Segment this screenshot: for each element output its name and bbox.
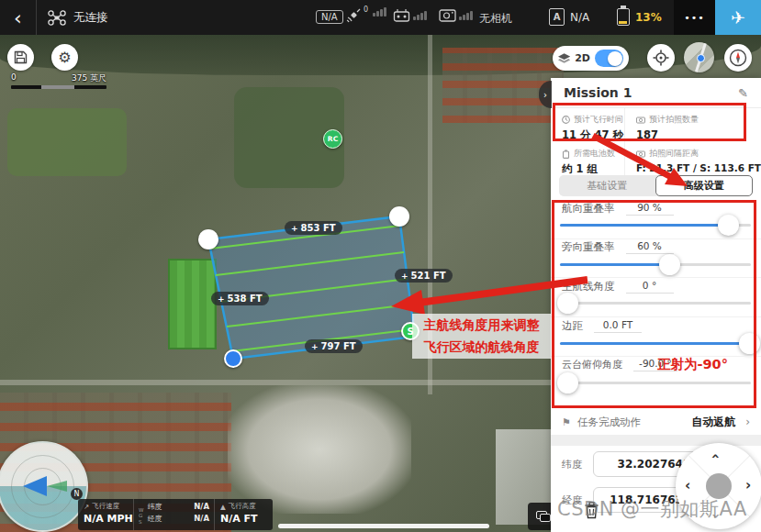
- flight-mode-value: N/A: [570, 11, 589, 24]
- camera-icon: [636, 150, 645, 158]
- stat-photo-count: 预计拍照数量 187: [625, 108, 761, 142]
- delete-waypoint-button[interactable]: [584, 502, 599, 519]
- stat-flight-time: 预计飞行时间 11 分 47 秒: [551, 108, 625, 142]
- route-start-marker[interactable]: S: [401, 322, 420, 340]
- satellite-count: 0: [364, 6, 368, 14]
- telemetry-position: W G S 纬度N/A 经度N/A: [133, 499, 214, 530]
- battery-status: 13%: [617, 8, 662, 26]
- plus-icon: +: [401, 272, 408, 281]
- map-terrain: [428, 35, 432, 394]
- flight-mode-icon: A: [549, 8, 565, 26]
- side-overlap-slider[interactable]: [560, 263, 751, 266]
- chevron-right-icon: ›: [745, 416, 750, 428]
- tab-basic-settings[interactable]: 基础设置: [559, 175, 655, 196]
- mission-stats: 预计飞行时间 11 分 47 秒 预计拍照数量 187 所需电池数 约 1 组: [551, 108, 761, 175]
- slider-front-overlap: 航向重叠率 90 %: [551, 202, 761, 216]
- camera-status: 无相机: [479, 11, 512, 27]
- layers-stack-icon: [536, 511, 551, 522]
- telemetry-altitude: ▲飞行高度 N/A FT: [214, 499, 273, 530]
- map-terrain: [7, 108, 127, 176]
- map-2d-toggle[interactable]: [595, 50, 623, 67]
- satellite-icon: [346, 7, 362, 23]
- more-menu-button[interactable]: •••: [674, 0, 715, 35]
- telemetry-speed: ↗飞行速度 N/A MPH: [78, 499, 133, 530]
- camera-icon: [636, 116, 645, 124]
- stat-photo-interval: 拍照间隔距离 F: 21.3 FT / S: 113.6 FT: [625, 142, 761, 176]
- dpad-right-button[interactable]: ›: [745, 479, 751, 493]
- aircraft-heading-icon: [23, 476, 47, 496]
- plus-icon: +: [291, 224, 298, 233]
- slider-knob[interactable]: [739, 333, 760, 354]
- locate-button[interactable]: [647, 44, 675, 72]
- datum-label: W G S: [139, 502, 143, 530]
- front-overlap-slider[interactable]: [560, 224, 751, 227]
- compass-reset-button[interactable]: [724, 44, 752, 72]
- finish-action-row[interactable]: ⚑ 任务完成动作 自动返航 ›: [551, 409, 761, 435]
- side-overlap-value[interactable]: 60 %: [626, 240, 674, 254]
- stat-battery-count: 所需电池数 约 1 组: [551, 142, 625, 176]
- mission-header: Mission 1 ✎: [551, 78, 761, 108]
- dpad-up-button[interactable]: ›: [709, 453, 722, 459]
- map-2d-label: 2D: [575, 52, 590, 64]
- edge-length-label-right: +521 FT: [395, 269, 453, 283]
- route-angle-value[interactable]: 0 °: [626, 280, 674, 294]
- scale-bar: [11, 85, 106, 89]
- rc-signal: [393, 8, 427, 23]
- attitude-compass: N: [0, 441, 88, 532]
- crosshair-icon: [653, 50, 669, 66]
- gimbal-pitch-value[interactable]: -90.0 °: [633, 358, 677, 371]
- map-scale: 0 375 英尺: [11, 72, 106, 89]
- waypoint-dpad: › › › ›: [676, 443, 761, 529]
- drone-icon: [48, 10, 66, 26]
- mission-title: Mission 1: [564, 85, 632, 100]
- dpad-left-button[interactable]: ›: [685, 479, 690, 493]
- finish-action-value: 自动返航: [691, 415, 735, 430]
- flag-icon: ⚑: [562, 416, 571, 428]
- scale-end: 375 英尺: [72, 72, 106, 84]
- dpad-center-button[interactable]: [706, 473, 732, 499]
- app-root: +853 FT +521 FT +538 FT +797 FT S RC ⚙ 0…: [0, 0, 761, 532]
- gps-status-badge: N/A: [316, 10, 343, 24]
- edge-length-label-left: +538 FT: [211, 292, 269, 305]
- settings-button[interactable]: ⚙: [51, 44, 78, 71]
- gear-icon: ⚙: [58, 49, 71, 66]
- plus-icon: +: [218, 294, 225, 304]
- signal-bars-icon: [459, 11, 473, 20]
- telemetry-bar: ↗飞行速度 N/A MPH W G S 纬度N/A 经度N/A ▲飞行高度 N/…: [78, 499, 273, 530]
- minimap-thumbnail[interactable]: [684, 42, 714, 72]
- polygon-vertex-handle[interactable]: [198, 229, 218, 249]
- margin-slider[interactable]: [560, 342, 751, 345]
- satellite-status: 0: [346, 7, 386, 23]
- slider-gimbal-pitch: 云台俯仰角度 -90.0 °: [551, 358, 761, 371]
- rc-location-marker: RC: [323, 129, 342, 149]
- speed-icon: ↗: [84, 503, 89, 511]
- slider-knob[interactable]: [659, 254, 680, 275]
- settings-tabs: 基础设置 高级设置: [559, 175, 753, 196]
- connection-status: 无连接: [73, 10, 108, 26]
- compass-needle-icon: [729, 49, 747, 67]
- edit-mission-name-button[interactable]: ✎: [738, 86, 748, 100]
- dpad-down-button[interactable]: ›: [709, 513, 722, 518]
- gimbal-pitch-slider[interactable]: [560, 382, 751, 384]
- scale-start: 0: [11, 72, 17, 84]
- home-indicator[interactable]: [278, 524, 489, 528]
- polygon-vertex-handle[interactable]: [389, 206, 409, 227]
- save-mission-button[interactable]: [7, 44, 34, 71]
- tab-advanced-settings[interactable]: 高级设置: [655, 175, 754, 196]
- slider-knob[interactable]: [557, 293, 578, 314]
- battery-icon: [617, 8, 630, 26]
- slider-knob[interactable]: [718, 215, 739, 236]
- signal-bars-icon: [413, 11, 427, 20]
- back-button[interactable]: ‹: [0, 0, 37, 35]
- camera-signal: [439, 8, 473, 22]
- polygon-vertex-handle-selected[interactable]: [224, 349, 242, 368]
- slider-knob[interactable]: [557, 372, 578, 393]
- battery-percent: 13%: [635, 11, 662, 24]
- margin-value[interactable]: 0.0 FT: [594, 319, 642, 333]
- route-angle-slider[interactable]: [560, 302, 751, 305]
- takeoff-button[interactable]: ✈: [715, 0, 761, 35]
- camera-icon: [439, 8, 456, 22]
- slider-route-angle: 主航线角度 0 °: [551, 280, 761, 294]
- front-overlap-value[interactable]: 90 %: [626, 202, 674, 216]
- flight-mode: A N/A: [549, 8, 589, 26]
